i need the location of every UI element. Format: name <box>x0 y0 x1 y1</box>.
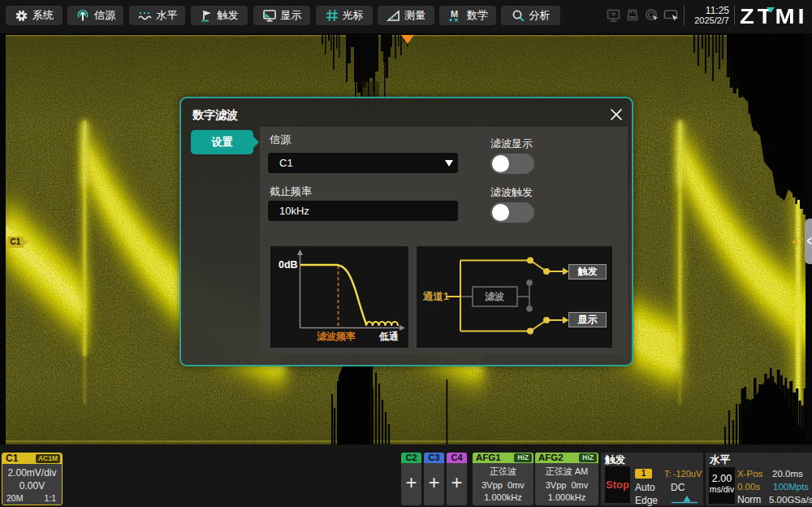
svg-text:0dB: 0dB <box>279 259 298 271</box>
svg-text:通道1: 通道1 <box>422 291 449 302</box>
svg-text:低通: 低通 <box>378 331 399 342</box>
svg-text:滤波: 滤波 <box>485 291 504 302</box>
svg-text:滤波频率: 滤波频率 <box>317 331 356 342</box>
svg-text:M: M <box>451 9 458 19</box>
